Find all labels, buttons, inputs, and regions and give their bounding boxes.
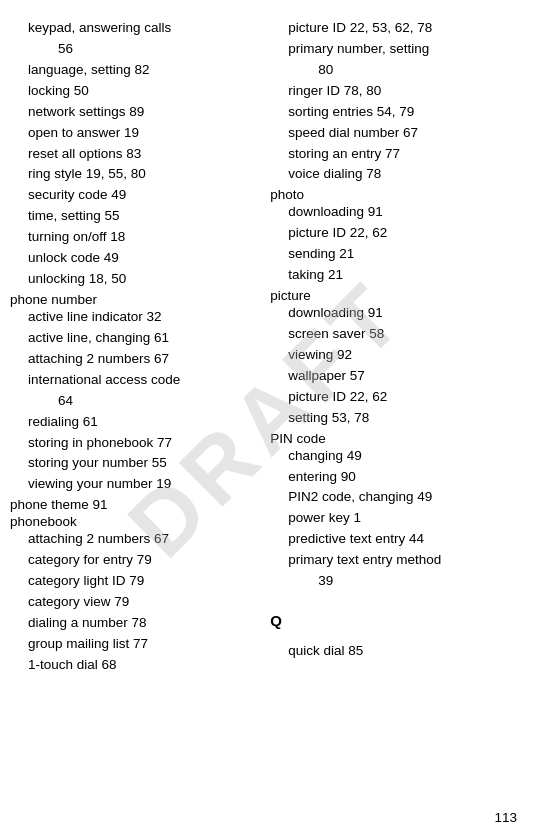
index-sub-entry: changing 49	[270, 446, 523, 467]
index-sub-entry: taking 21	[270, 265, 523, 286]
index-sub-entry: locking 50	[10, 81, 255, 102]
index-sub-entry: language, setting 82	[10, 60, 255, 81]
index-sub-entry: attaching 2 numbers 67	[10, 349, 255, 370]
index-sub-entry: security code 49	[10, 185, 255, 206]
index-sub-entry: screen saver 58	[270, 324, 523, 345]
letter-heading: Q	[270, 612, 523, 629]
index-sub-entry: storing in phonebook 77	[10, 433, 255, 454]
index-sub-entry: sorting entries 54, 79	[270, 102, 523, 123]
left-column: keypad, answering calls56language, setti…	[10, 18, 265, 676]
index-sub-entry: category for entry 79	[10, 550, 255, 571]
index-sub-entry: ringer ID 78, 80	[270, 81, 523, 102]
index-content: keypad, answering calls56language, setti…	[0, 10, 533, 684]
index-sub2-entry: 39	[270, 571, 523, 592]
index-sub-entry: speed dial number 67	[270, 123, 523, 144]
blank-line	[270, 592, 523, 600]
index-sub-entry: 1-touch dial 68	[10, 655, 255, 676]
index-sub-entry: ring style 19, 55, 80	[10, 164, 255, 185]
index-sub-entry: active line indicator 32	[10, 307, 255, 328]
index-sub-entry: picture ID 22, 62	[270, 223, 523, 244]
page-container: DRAFT keypad, answering calls56language,…	[0, 0, 533, 837]
index-heading: photo	[270, 187, 523, 202]
index-sub-entry: viewing 92	[270, 345, 523, 366]
blank-line	[270, 633, 523, 641]
index-sub-entry: PIN2 code, changing 49	[270, 487, 523, 508]
index-sub-entry: time, setting 55	[10, 206, 255, 227]
index-sub-entry: storing an entry 77	[270, 144, 523, 165]
index-sub-entry: keypad, answering calls	[10, 18, 255, 39]
index-sub2-entry: 80	[270, 60, 523, 81]
index-sub-entry: picture ID 22, 62	[270, 387, 523, 408]
index-sub-entry: group mailing list 77	[10, 634, 255, 655]
index-heading: phone number	[10, 292, 255, 307]
index-sub-entry: dialing a number 78	[10, 613, 255, 634]
index-sub-entry: primary text entry method	[270, 550, 523, 571]
index-sub-entry: turning on/off 18	[10, 227, 255, 248]
index-sub-entry: viewing your number 19	[10, 474, 255, 495]
page-number: 113	[494, 810, 517, 825]
index-sub-entry: unlocking 18, 50	[10, 269, 255, 290]
index-sub-entry: setting 53, 78	[270, 408, 523, 429]
index-heading: picture	[270, 288, 523, 303]
index-sub-entry: category light ID 79	[10, 571, 255, 592]
index-sub-entry: network settings 89	[10, 102, 255, 123]
index-sub-entry: downloading 91	[270, 303, 523, 324]
index-heading: PIN code	[270, 431, 523, 446]
right-column: picture ID 22, 53, 62, 78primary number,…	[265, 18, 523, 676]
index-sub-entry: power key 1	[270, 508, 523, 529]
index-sub-entry: redialing 61	[10, 412, 255, 433]
index-sub2-entry: 56	[10, 39, 255, 60]
index-sub-entry: reset all options 83	[10, 144, 255, 165]
index-sub-entry: international access code	[10, 370, 255, 391]
index-sub-entry: downloading 91	[270, 202, 523, 223]
index-sub-entry: open to answer 19	[10, 123, 255, 144]
index-sub-entry: predictive text entry 44	[270, 529, 523, 550]
index-sub-entry: attaching 2 numbers 67	[10, 529, 255, 550]
index-sub-entry: category view 79	[10, 592, 255, 613]
index-heading: phone theme 91	[10, 497, 255, 512]
index-sub-entry: entering 90	[270, 467, 523, 488]
index-sub-entry: primary number, setting	[270, 39, 523, 60]
index-sub-entry: voice dialing 78	[270, 164, 523, 185]
index-heading: phonebook	[10, 514, 255, 529]
index-sub-entry: storing your number 55	[10, 453, 255, 474]
index-sub2-entry: 64	[10, 391, 255, 412]
index-sub-entry: unlock code 49	[10, 248, 255, 269]
index-sub-entry: quick dial 85	[270, 641, 523, 662]
index-sub-entry: picture ID 22, 53, 62, 78	[270, 18, 523, 39]
index-sub-entry: sending 21	[270, 244, 523, 265]
index-sub-entry: active line, changing 61	[10, 328, 255, 349]
index-sub-entry: wallpaper 57	[270, 366, 523, 387]
